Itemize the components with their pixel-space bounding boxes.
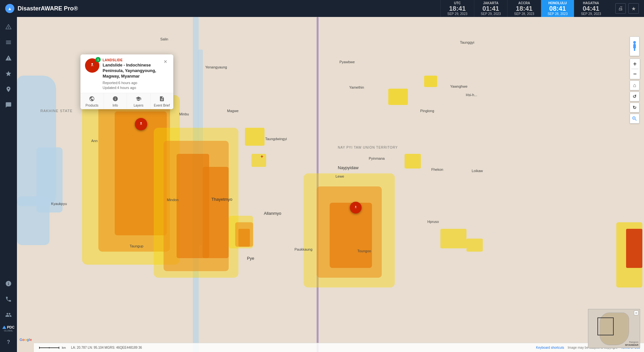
keyboard-shortcuts-link[interactable]: Keyboard shortcuts (536, 346, 564, 349)
popup-badge: 1 (95, 57, 101, 62)
sidebar-item-location[interactable] (1, 82, 16, 96)
minimap-label: MYANMAR (625, 344, 638, 346)
popup-tabs: Products Info Layers Event Brief (80, 93, 173, 109)
event-brief-tab-icon (159, 96, 165, 103)
map-label-yawnghwe: Yawnghwe (450, 84, 467, 88)
map-controls: + − ⌂ ↺ ↻ (630, 37, 640, 124)
minimap-rangoon: Rangoon (629, 341, 638, 343)
sidebar-item-help[interactable]: ? (1, 335, 16, 349)
clock-utc[interactable]: UTC 18:41 SEP 29, 2023 (440, 0, 474, 17)
popup-event-title: Landslide - Indochinese Peninsula, Yayna… (103, 63, 159, 79)
map-label-allanmyo: Allanmyo (264, 211, 281, 216)
map-label-fhekon: Fhekon (431, 168, 443, 171)
sidebar-item-layers[interactable] (1, 35, 16, 50)
event-brief-tab-label: Event Brief (154, 104, 170, 107)
app-logo-icon: ▲ (5, 4, 14, 13)
clock-accra[interactable]: ACCRA 18:41 SEP 28, 2023 (507, 0, 541, 17)
clock-area: UTC 18:41 SEP 29, 2023 JAKARTA 01:41 SEP… (440, 0, 608, 17)
bookmark-button[interactable]: ★ (628, 3, 639, 14)
google-logo: Google (20, 338, 32, 342)
map-crosshair: + (261, 154, 263, 159)
popup-event-type: LANDSLIDE (103, 58, 159, 62)
sidebar-item-person[interactable] (1, 308, 16, 322)
map-label-minbu: Minbu (179, 112, 189, 116)
zoom-out-button[interactable]: − (630, 69, 640, 79)
popup-close-button[interactable]: ✕ (162, 58, 169, 65)
popup-updated: Updated:4 hours ago (103, 85, 159, 90)
zoom-area-button[interactable] (630, 114, 639, 124)
minimap-zoom-out[interactable]: − (634, 311, 638, 315)
map-label-naypyidaw: Naypyidaw (338, 165, 359, 170)
map-label-taunggyi: Taunggyi (460, 40, 474, 44)
topbar: ▲ DisasterAWARE Pro® UTC 18:41 SEP 29, 2… (0, 0, 644, 17)
pdc-global-label: GLOBAL (4, 330, 13, 332)
map-label-pye: Pye (247, 256, 254, 261)
sidebar-item-alerts[interactable] (1, 20, 16, 34)
clock-hagatna[interactable]: HAGATNA 04:41 SEP 29, 2023 (574, 0, 608, 17)
layers-tab-icon (136, 96, 141, 103)
scale-bar: km (38, 345, 66, 350)
sidebar-item-chat[interactable] (1, 98, 16, 112)
sidebar-item-favorites[interactable] (1, 66, 16, 81)
event-marker-1[interactable] (135, 118, 147, 130)
svg-point-0 (633, 41, 636, 44)
map-label-pinglong: Pinglong (420, 109, 434, 113)
popup-tab-products[interactable]: Products (80, 93, 104, 109)
map-label-naypyitaw-territory: NAY PYI TAW UNION TERRITORY (338, 146, 398, 149)
map-label-hpruso: Hpruso (427, 220, 439, 224)
popup-tab-info[interactable]: Info (104, 93, 127, 109)
map-label-magwe: Magwe (227, 109, 238, 113)
products-tab-icon (89, 96, 95, 103)
print-button[interactable]: 🖨 (615, 3, 626, 14)
event-marker-2[interactable] (350, 202, 362, 213)
sidebar-item-warning[interactable] (1, 51, 16, 65)
sidebar-item-phone[interactable] (1, 292, 16, 306)
bottom-bar: km LA: 20.787 LN: 95.104 MGRS: 46QEE4481… (34, 343, 644, 352)
logo-area: ▲ DisasterAWARE Pro® (0, 0, 83, 17)
refresh-button-2[interactable]: ↻ (630, 103, 639, 112)
coordinates: LA: 20.787 LN: 95.104 MGRS: 46QEE448189 … (71, 346, 142, 349)
home-button[interactable]: ⌂ (630, 81, 639, 90)
topbar-actions: 🖨 ★ (610, 3, 644, 14)
info-tab-label: Info (112, 104, 118, 107)
info-tab-icon (112, 96, 118, 103)
sidebar-item-info[interactable] (1, 276, 16, 291)
map-label-pyawbwe: Pyawbwe (339, 60, 355, 64)
app-title: DisasterAWARE Pro® (18, 5, 78, 12)
clock-jakarta[interactable]: JAKARTA 01:41 SEP 29, 2023 (474, 0, 508, 17)
clock-honolulu[interactable]: HONOLULU 08:41 SEP 28, 2023 (541, 0, 574, 17)
map-label-loikaw: Loikaw (472, 169, 483, 173)
popup-reported: Reported:6 hours ago (103, 81, 159, 85)
map-label-pyinmana: Pyinmana (369, 156, 385, 160)
layers-tab-label: Layers (134, 104, 143, 107)
event-popup: 1 LANDSLIDE Landslide - Indochinese Peni… (80, 54, 173, 109)
sidebar: PDC GLOBAL ? (0, 17, 17, 352)
pdc-logo: PDC GLOBAL (1, 323, 16, 334)
minimap: − MYANMAR Rangoon (588, 309, 640, 348)
map-container[interactable]: Salin Taunggyi Pyawbwe Yamethin Yawnghwe… (17, 17, 644, 352)
map-label-taungdwingyi: Taungdwingyi (265, 137, 287, 141)
map-label-yenangyaung: Yenangyaung (205, 65, 227, 69)
popup-tab-event-brief[interactable]: Event Brief (150, 93, 174, 109)
zoom-group: + − (630, 59, 640, 79)
map-label-yamethin: Yamethin (349, 85, 364, 89)
popup-header: 1 LANDSLIDE Landslide - Indochinese Peni… (80, 54, 173, 93)
zoom-in-button[interactable]: + (630, 59, 640, 69)
products-tab-label: Products (86, 104, 98, 107)
popup-icon-wrap: 1 (85, 58, 99, 73)
map-label-hsih: Hsi-h... (466, 93, 477, 97)
popup-content: LANDSLIDE Landslide - Indochinese Penins… (103, 58, 159, 90)
refresh-button-1[interactable]: ↺ (630, 92, 639, 101)
map-label-salin: Salin (160, 37, 168, 41)
scale-label: km (62, 346, 66, 349)
street-view-button[interactable] (630, 37, 639, 56)
popup-tab-layers[interactable]: Layers (127, 93, 150, 109)
